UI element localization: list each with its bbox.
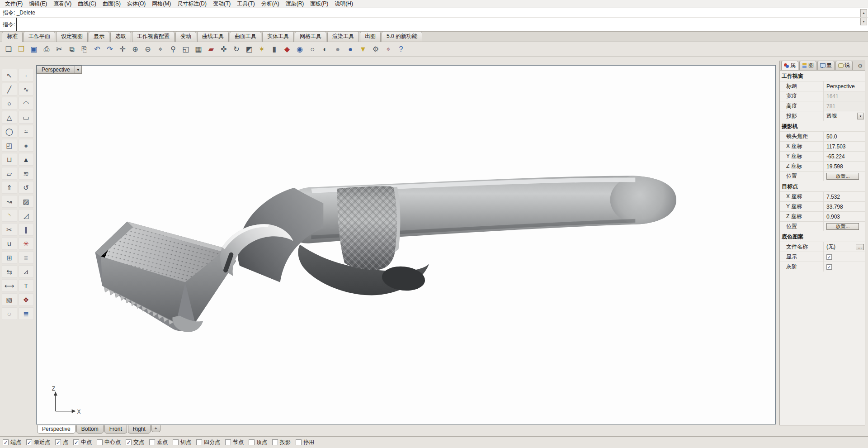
vtab-perspective[interactable]: Perspective (37, 425, 75, 434)
sweep-icon[interactable]: ↝ (2, 195, 17, 208)
osnap-project[interactable]: 投影 (272, 438, 291, 446)
hatch-icon[interactable]: ▧ (2, 293, 17, 306)
osnap-knot[interactable]: 节点 (225, 438, 244, 446)
point-icon[interactable]: ∙ (19, 69, 34, 81)
menu-help[interactable]: 说明(H) (331, 0, 356, 8)
camera-lens-value[interactable]: 50.0 (823, 132, 865, 141)
extrude-icon[interactable]: ⇑ (2, 181, 17, 194)
shaded-mode-icon[interactable]: ◐ (319, 43, 331, 55)
open-folder-icon[interactable]: ❒ (15, 43, 27, 55)
zoom-dynamic-icon[interactable]: ⚲ (167, 43, 179, 55)
menu-solid[interactable]: 实体(O) (124, 0, 149, 8)
cone-icon[interactable]: ▲ (19, 153, 34, 166)
menu-file[interactable]: 文件(F) (2, 0, 26, 8)
zoom-window-icon[interactable]: ⌖ (155, 43, 166, 55)
panel-tab-display[interactable]: 显 (817, 61, 835, 70)
osnap-mid[interactable]: 中点 (73, 438, 92, 446)
undo-icon[interactable]: ↶ (91, 43, 103, 55)
tab-display[interactable]: 显示 (89, 31, 109, 42)
explode-icon[interactable]: ✳ (19, 237, 34, 250)
circle-icon[interactable]: ○ (2, 97, 17, 110)
patch-icon[interactable]: ▨ (19, 195, 34, 208)
wireframe-mode-icon[interactable]: ○ (307, 43, 318, 55)
tab-mesh-tools[interactable]: 网格工具 (295, 31, 326, 42)
menu-surface[interactable]: 曲面(S) (99, 0, 124, 8)
osnap-vertex[interactable]: 顶点 (249, 438, 267, 446)
sphere-icon[interactable]: ● (19, 139, 34, 152)
zoom-extents-icon[interactable]: ◱ (180, 43, 192, 55)
tab-set-view[interactable]: 设定视图 (56, 31, 88, 42)
render-preview-icon[interactable]: ◉ (294, 43, 306, 55)
wallpaper-browse-button[interactable]: ... (856, 244, 864, 250)
vtab-front[interactable]: Front (104, 425, 127, 434)
osnap-point[interactable]: 点 (55, 438, 68, 446)
render-icon[interactable]: ◆ (281, 43, 293, 55)
split-icon[interactable]: ∥ (19, 223, 34, 236)
tab-render-tools[interactable]: 渲染工具 (327, 31, 359, 42)
menu-transform[interactable]: 变动(T) (210, 0, 234, 8)
tab-cplane[interactable]: 工作平面 (24, 31, 55, 42)
menu-render[interactable]: 渲染(R) (283, 0, 307, 8)
vtab-new-viewport[interactable]: + (151, 425, 160, 432)
vtab-right[interactable]: Right (128, 425, 151, 434)
viewport-title-tab[interactable]: Perspective ▼ (37, 66, 82, 74)
offset-icon[interactable]: ≡ (19, 251, 34, 264)
osnap-perpendicular[interactable]: 垂点 (149, 438, 168, 446)
viewport-title-value[interactable]: Perspective (823, 81, 865, 91)
mirror-icon[interactable]: ⇆ (2, 265, 17, 278)
wallpaper-gray-checkbox[interactable] (826, 264, 832, 270)
projection-dropdown-button[interactable]: ▼ (857, 113, 864, 119)
menu-dimension[interactable]: 尺寸标注(D) (174, 0, 210, 8)
rendered-mode-icon[interactable]: ● (344, 43, 356, 55)
camera-y-value[interactable]: -65.224 (823, 152, 865, 161)
command-input[interactable] (16, 18, 242, 31)
rotate-view-icon[interactable]: ↻ (231, 43, 242, 55)
helix-icon[interactable]: ≈ (19, 125, 34, 138)
menu-view[interactable]: 查看(V) (50, 0, 75, 8)
cut-icon[interactable]: ✂ (53, 43, 65, 55)
grid-snap-icon[interactable]: ▦ (193, 43, 204, 55)
options-gear-icon[interactable]: ⚙ (370, 43, 382, 55)
panel-tab-layers[interactable]: 图 (799, 61, 816, 70)
lamp-icon[interactable]: ✶ (256, 43, 268, 55)
osnap-end[interactable]: 端点 (3, 438, 21, 446)
paste-icon[interactable]: ⎘ (79, 43, 90, 55)
target-x-value[interactable]: 7.532 (823, 192, 865, 201)
polyline-icon[interactable]: ╱ (2, 83, 17, 95)
zoom-out-icon[interactable]: ⊖ (142, 43, 154, 55)
plane-icon[interactable]: ▱ (2, 167, 17, 180)
panel-tab-properties[interactable]: 属 (781, 61, 798, 70)
chamfer-icon[interactable]: ◿ (19, 209, 34, 222)
save-icon[interactable]: ▣ (28, 43, 40, 55)
arc-icon[interactable]: ◠ (19, 97, 34, 110)
block-icon[interactable]: ❖ (19, 293, 34, 306)
shade-icon[interactable]: ◩ (243, 43, 255, 55)
osnap-tangent[interactable]: 切点 (173, 438, 191, 446)
osnap-near[interactable]: 最近点 (26, 438, 50, 446)
loft-icon[interactable]: ≋ (19, 167, 34, 180)
vtab-bottom[interactable]: Bottom (76, 425, 104, 434)
new-document-icon[interactable]: ❏ (3, 43, 14, 55)
ellipse-icon[interactable]: ◯ (2, 125, 17, 138)
tab-curve-tools[interactable]: 曲线工具 (197, 31, 229, 42)
camera-x-value[interactable]: 117.503 (823, 142, 865, 151)
print-icon[interactable]: ⎙ (41, 43, 52, 55)
trim-icon[interactable]: ✂ (2, 223, 17, 236)
revolve-icon[interactable]: ↺ (19, 181, 34, 194)
menu-edit[interactable]: 编辑(E) (26, 0, 50, 8)
osnap-disable[interactable]: 停用 (296, 438, 314, 446)
camera-z-value[interactable]: 19.598 (823, 162, 865, 171)
tab-new-in-v5[interactable]: 5.0 的新功能 (382, 31, 422, 42)
scroll-up-button[interactable]: ▲ (860, 9, 867, 17)
layer-tool-icon[interactable]: ≣ (19, 307, 34, 320)
tab-select[interactable]: 选取 (110, 31, 131, 42)
polygon-icon[interactable]: △ (2, 111, 17, 124)
menu-analyze[interactable]: 分析(A) (258, 0, 283, 8)
copy-icon[interactable]: ⧉ (66, 43, 78, 55)
tab-surface-tools[interactable]: 曲面工具 (230, 31, 261, 42)
wallpaper-show-checkbox[interactable] (826, 254, 832, 260)
osnap-center[interactable]: 中心点 (97, 438, 121, 446)
osnap-quadrant[interactable]: 四分点 (196, 438, 220, 446)
zoom-in-icon[interactable]: ⊕ (129, 43, 141, 55)
text-tool-icon[interactable]: T (19, 279, 34, 292)
